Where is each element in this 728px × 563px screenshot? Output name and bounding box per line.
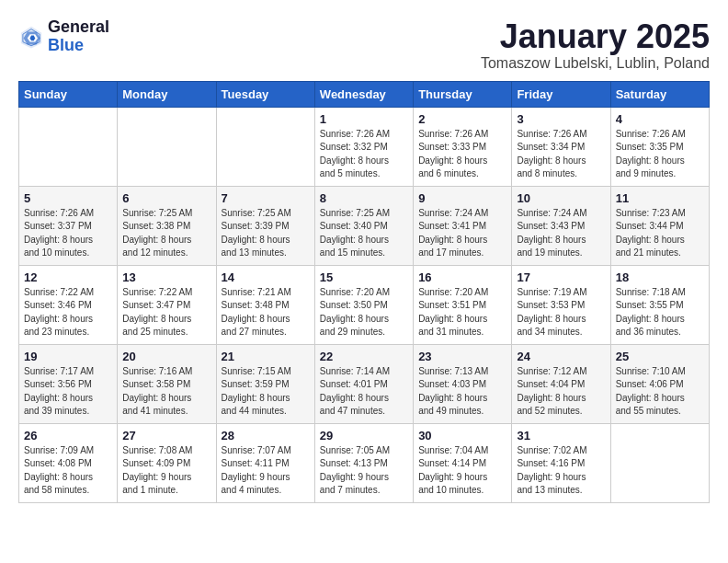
calendar-cell: 25Sunrise: 7:10 AM Sunset: 4:06 PM Dayli… (610, 344, 709, 423)
calendar-cell: 8Sunrise: 7:25 AM Sunset: 3:40 PM Daylig… (314, 186, 413, 265)
calendar-title: January 2025 (481, 18, 710, 55)
day-info: Sunrise: 7:14 AM Sunset: 4:01 PM Dayligh… (320, 365, 408, 419)
calendar-cell: 11Sunrise: 7:23 AM Sunset: 3:44 PM Dayli… (610, 186, 709, 265)
logo-general: General (48, 18, 109, 37)
day-number: 23 (418, 350, 506, 363)
day-info: Sunrise: 7:13 AM Sunset: 4:03 PM Dayligh… (418, 365, 506, 419)
day-number: 1 (320, 112, 408, 126)
calendar-cell: 21Sunrise: 7:15 AM Sunset: 3:59 PM Dayli… (216, 344, 314, 423)
calendar-cell (216, 107, 314, 186)
weekday-header-monday: Monday (118, 81, 216, 107)
calendar-week-5: 26Sunrise: 7:09 AM Sunset: 4:08 PM Dayli… (19, 423, 710, 502)
calendar-cell: 7Sunrise: 7:25 AM Sunset: 3:39 PM Daylig… (216, 186, 314, 265)
calendar-cell: 5Sunrise: 7:26 AM Sunset: 3:37 PM Daylig… (19, 186, 118, 265)
calendar-week-2: 5Sunrise: 7:26 AM Sunset: 3:37 PM Daylig… (19, 186, 710, 265)
calendar-cell: 13Sunrise: 7:22 AM Sunset: 3:47 PM Dayli… (118, 265, 216, 344)
day-number: 27 (122, 429, 210, 442)
day-number: 19 (24, 350, 112, 363)
calendar-week-4: 19Sunrise: 7:17 AM Sunset: 3:56 PM Dayli… (19, 344, 710, 423)
day-info: Sunrise: 7:16 AM Sunset: 3:58 PM Dayligh… (122, 365, 210, 419)
day-info: Sunrise: 7:26 AM Sunset: 3:32 PM Dayligh… (320, 128, 408, 181)
calendar-week-1: 1Sunrise: 7:26 AM Sunset: 3:32 PM Daylig… (19, 107, 710, 186)
calendar-cell (19, 107, 118, 186)
calendar-cell: 1Sunrise: 7:26 AM Sunset: 3:32 PM Daylig… (314, 107, 413, 186)
logo: General Blue (18, 18, 109, 55)
calendar-cell: 3Sunrise: 7:26 AM Sunset: 3:34 PM Daylig… (512, 107, 610, 186)
calendar-cell: 29Sunrise: 7:05 AM Sunset: 4:13 PM Dayli… (314, 423, 413, 502)
day-number: 14 (222, 270, 310, 284)
day-number: 17 (517, 270, 605, 284)
calendar-cell: 6Sunrise: 7:25 AM Sunset: 3:38 PM Daylig… (118, 186, 216, 265)
day-number: 31 (517, 429, 605, 442)
calendar-cell: 24Sunrise: 7:12 AM Sunset: 4:04 PM Dayli… (512, 344, 610, 423)
day-info: Sunrise: 7:17 AM Sunset: 3:56 PM Dayligh… (24, 365, 112, 419)
day-number: 16 (418, 270, 506, 284)
day-number: 8 (320, 191, 408, 205)
calendar-cell: 23Sunrise: 7:13 AM Sunset: 4:03 PM Dayli… (414, 344, 512, 423)
calendar-cell: 4Sunrise: 7:26 AM Sunset: 3:35 PM Daylig… (610, 107, 709, 186)
calendar-cell: 16Sunrise: 7:20 AM Sunset: 3:51 PM Dayli… (414, 265, 512, 344)
weekday-header-saturday: Saturday (610, 81, 709, 107)
logo-blue: Blue (48, 37, 109, 55)
weekday-header-tuesday: Tuesday (216, 81, 314, 107)
day-number: 30 (418, 429, 506, 442)
day-info: Sunrise: 7:26 AM Sunset: 3:33 PM Dayligh… (418, 128, 506, 181)
calendar-cell: 9Sunrise: 7:24 AM Sunset: 3:41 PM Daylig… (414, 186, 512, 265)
day-number: 25 (616, 350, 704, 363)
day-info: Sunrise: 7:26 AM Sunset: 3:34 PM Dayligh… (517, 128, 605, 181)
day-info: Sunrise: 7:09 AM Sunset: 4:08 PM Dayligh… (24, 444, 112, 498)
logo-icon (18, 24, 44, 50)
calendar-cell (610, 423, 709, 502)
calendar-cell: 2Sunrise: 7:26 AM Sunset: 3:33 PM Daylig… (414, 107, 512, 186)
day-info: Sunrise: 7:15 AM Sunset: 3:59 PM Dayligh… (222, 365, 310, 419)
day-info: Sunrise: 7:21 AM Sunset: 3:48 PM Dayligh… (222, 286, 310, 339)
day-number: 24 (517, 350, 605, 363)
weekday-header-sunday: Sunday (19, 81, 118, 107)
day-info: Sunrise: 7:10 AM Sunset: 4:06 PM Dayligh… (616, 365, 704, 419)
weekday-header-friday: Friday (512, 81, 610, 107)
day-number: 2 (418, 112, 506, 126)
day-info: Sunrise: 7:24 AM Sunset: 3:43 PM Dayligh… (517, 207, 605, 260)
day-number: 7 (222, 191, 310, 205)
day-number: 4 (616, 112, 704, 126)
day-info: Sunrise: 7:26 AM Sunset: 3:37 PM Dayligh… (24, 207, 112, 260)
calendar-cell: 14Sunrise: 7:21 AM Sunset: 3:48 PM Dayli… (216, 265, 314, 344)
calendar-cell: 28Sunrise: 7:07 AM Sunset: 4:11 PM Dayli… (216, 423, 314, 502)
calendar-body: 1Sunrise: 7:26 AM Sunset: 3:32 PM Daylig… (19, 107, 710, 502)
day-number: 9 (418, 191, 506, 205)
day-number: 21 (222, 350, 310, 363)
page-header: General Blue January 2025 Tomaszow Lubel… (18, 18, 710, 72)
day-info: Sunrise: 7:02 AM Sunset: 4:16 PM Dayligh… (517, 444, 605, 498)
calendar-cell: 31Sunrise: 7:02 AM Sunset: 4:16 PM Dayli… (512, 423, 610, 502)
day-number: 6 (122, 191, 210, 205)
calendar-cell: 17Sunrise: 7:19 AM Sunset: 3:53 PM Dayli… (512, 265, 610, 344)
day-info: Sunrise: 7:20 AM Sunset: 3:50 PM Dayligh… (320, 286, 408, 339)
day-info: Sunrise: 7:08 AM Sunset: 4:09 PM Dayligh… (122, 444, 210, 498)
day-info: Sunrise: 7:18 AM Sunset: 3:55 PM Dayligh… (616, 286, 704, 339)
calendar-cell (118, 107, 216, 186)
weekday-header-thursday: Thursday (414, 81, 512, 107)
weekday-header-row: SundayMondayTuesdayWednesdayThursdayFrid… (19, 81, 710, 107)
day-number: 28 (222, 429, 310, 442)
day-info: Sunrise: 7:25 AM Sunset: 3:39 PM Dayligh… (222, 207, 310, 260)
calendar-subtitle: Tomaszow Lubelski, Lublin, Poland (481, 55, 710, 72)
day-info: Sunrise: 7:25 AM Sunset: 3:38 PM Dayligh… (122, 207, 210, 260)
logo-text: General Blue (48, 18, 109, 55)
calendar-cell: 26Sunrise: 7:09 AM Sunset: 4:08 PM Dayli… (19, 423, 118, 502)
day-number: 11 (616, 191, 704, 205)
day-number: 22 (320, 350, 408, 363)
day-info: Sunrise: 7:05 AM Sunset: 4:13 PM Dayligh… (320, 444, 408, 498)
calendar-cell: 18Sunrise: 7:18 AM Sunset: 3:55 PM Dayli… (610, 265, 709, 344)
calendar-cell: 10Sunrise: 7:24 AM Sunset: 3:43 PM Dayli… (512, 186, 610, 265)
day-info: Sunrise: 7:23 AM Sunset: 3:44 PM Dayligh… (616, 207, 704, 260)
day-number: 5 (24, 191, 112, 205)
calendar-cell: 12Sunrise: 7:22 AM Sunset: 3:46 PM Dayli… (19, 265, 118, 344)
calendar-cell: 27Sunrise: 7:08 AM Sunset: 4:09 PM Dayli… (118, 423, 216, 502)
calendar-cell: 22Sunrise: 7:14 AM Sunset: 4:01 PM Dayli… (314, 344, 413, 423)
day-number: 20 (122, 350, 210, 363)
day-number: 13 (122, 270, 210, 284)
title-block: January 2025 Tomaszow Lubelski, Lublin, … (481, 18, 710, 72)
calendar-week-3: 12Sunrise: 7:22 AM Sunset: 3:46 PM Dayli… (19, 265, 710, 344)
day-number: 3 (517, 112, 605, 126)
day-info: Sunrise: 7:22 AM Sunset: 3:46 PM Dayligh… (24, 286, 112, 339)
